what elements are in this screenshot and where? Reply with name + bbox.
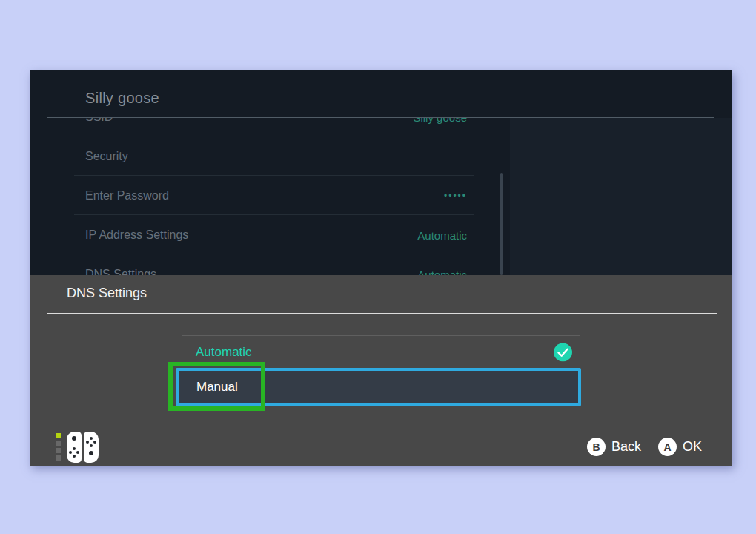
detail-pane	[510, 118, 732, 275]
row-value: Silly goose	[413, 118, 467, 123]
settings-row-dns: DNS Settings Automatic	[30, 254, 510, 275]
row-value: Automatic	[417, 228, 467, 241]
ok-label: OK	[683, 439, 702, 455]
row-label: SSID	[85, 118, 113, 124]
joycon-left-icon	[67, 432, 82, 463]
row-label: Security	[85, 150, 128, 163]
player-led-2	[56, 441, 61, 446]
switch-screenshot: Silly goose SSID Silly goose Security En…	[30, 70, 732, 466]
dns-settings-modal: DNS Settings Automatic Manual	[30, 275, 732, 466]
footer-bar: B Back A OK	[30, 426, 732, 466]
a-button-icon: A	[658, 438, 677, 456]
b-button-icon: B	[587, 438, 606, 456]
row-value: Automatic	[417, 268, 467, 275]
modal-title: DNS Settings	[67, 286, 147, 301]
player-led-3	[56, 448, 61, 453]
scrollbar[interactable]	[500, 173, 503, 275]
settings-row-password: Enter Password •••••	[30, 176, 510, 215]
row-label: IP Address Settings	[85, 228, 188, 242]
settings-row-ssid: SSID Silly goose	[30, 118, 510, 136]
joycon-right-icon	[84, 432, 99, 463]
check-icon	[554, 343, 572, 361]
back-label: Back	[611, 439, 641, 455]
settings-list: SSID Silly goose Security Enter Password…	[30, 118, 510, 275]
player-led-4	[56, 455, 61, 461]
settings-row-security: Security	[30, 136, 510, 176]
ok-button[interactable]: A OK	[658, 438, 702, 456]
back-button[interactable]: B Back	[587, 438, 641, 456]
option-automatic-label: Automatic	[196, 345, 252, 360]
annotation-rectangle	[168, 362, 265, 411]
row-label: Enter Password	[85, 189, 169, 202]
player-led-1	[56, 433, 61, 438]
player-indicator	[56, 433, 61, 461]
settings-row-ip-address: IP Address Settings Automatic	[30, 215, 510, 254]
modal-title-divider	[47, 313, 717, 314]
row-label: DNS Settings	[85, 268, 156, 276]
password-dots: •••••	[444, 191, 467, 201]
page-title: Silly goose	[85, 90, 159, 107]
